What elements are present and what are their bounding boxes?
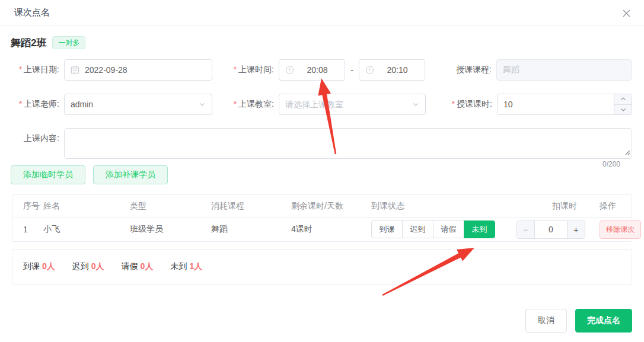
time-start-wrapper — [279, 59, 345, 81]
remove-lesson-button[interactable]: 移除课次 — [600, 220, 641, 239]
col-name: 姓名 — [43, 201, 130, 212]
content-textarea-wrapper — [64, 128, 632, 159]
classroom-select[interactable] — [279, 94, 426, 115]
dialog-footer: 取消 完成点名 — [525, 309, 632, 333]
attendance-dialog: 课次点名 舞蹈2班 一对多 *上课日期: *上课时间: — [0, 0, 644, 342]
confirm-rollcall-button[interactable]: 完成点名 — [575, 309, 632, 333]
chevron-down-icon — [199, 101, 206, 108]
class-header: 舞蹈2班 一对多 — [11, 36, 644, 50]
required-mark: * — [19, 65, 22, 74]
status-late-button[interactable]: 迟到 — [402, 220, 433, 238]
add-student-actions: 添加临时学员 添加补课学员 — [11, 165, 644, 184]
status-leave-button[interactable]: 请假 — [433, 220, 464, 238]
col-type: 类型 — [130, 201, 211, 212]
table-header-row: 序号 姓名 类型 消耗课程 剩余课时/天数 到课状态 扣课时 操作 — [12, 195, 632, 218]
col-status: 到课状态 — [371, 201, 517, 212]
cancel-button[interactable]: 取消 — [525, 309, 567, 333]
add-makeup-student-button[interactable]: 添加补课学员 — [93, 165, 168, 184]
deduct-hours-value[interactable]: 0 — [535, 221, 567, 238]
classroom-label: *上课教室: — [212, 99, 274, 110]
teacher-select-value[interactable] — [65, 94, 212, 114]
summary-present: 到课0人 — [23, 261, 55, 272]
summary-late: 迟到0人 — [72, 261, 104, 272]
hours-label: *授课课时: — [426, 99, 492, 110]
required-mark: * — [452, 99, 455, 108]
attendance-summary: 到课0人 迟到0人 请假0人 未到1人 — [12, 249, 632, 285]
attendance-form: *上课日期: *上课时间: - — [0, 59, 644, 160]
content-label: 上课内容: — [0, 133, 59, 144]
table-row: 1 小飞 班级学员 舞蹈 4课时 到课 迟到 请假 未到 − 0 + 移除课次 — [12, 218, 632, 241]
dialog-title: 课次点名 — [14, 7, 50, 18]
time-end-wrapper — [359, 59, 425, 81]
spinner-up-icon[interactable] — [614, 94, 632, 105]
student-remaining: 4课时 — [291, 224, 371, 235]
course-input — [497, 60, 631, 80]
teacher-select[interactable] — [64, 94, 212, 115]
number-spinner — [614, 94, 632, 114]
clock-icon — [365, 66, 374, 75]
teacher-label: *上课老师: — [0, 99, 59, 110]
close-icon[interactable] — [620, 7, 632, 19]
summary-absent: 未到1人 — [170, 261, 202, 272]
status-present-button[interactable]: 到课 — [371, 220, 403, 238]
date-input-wrapper — [64, 59, 212, 81]
summary-leave: 请假0人 — [122, 261, 154, 272]
status-button-group: 到课 迟到 请假 未到 — [371, 220, 517, 238]
calendar-icon — [71, 66, 79, 75]
dialog-header: 课次点名 — [0, 0, 644, 25]
content-textarea[interactable] — [65, 129, 632, 158]
required-mark: * — [234, 65, 237, 74]
course-input-wrapper — [496, 59, 632, 81]
col-deduct: 扣课时 — [517, 201, 600, 212]
add-temp-student-button[interactable]: 添加临时学员 — [11, 165, 85, 184]
required-mark: * — [19, 99, 22, 108]
col-index: 序号 — [23, 201, 43, 212]
chevron-down-icon — [412, 101, 419, 108]
date-label: *上课日期: — [0, 65, 59, 75]
clock-icon — [285, 66, 294, 75]
student-type: 班级学员 — [130, 224, 211, 235]
plus-icon[interactable]: + — [567, 221, 585, 238]
class-name: 舞蹈2班 — [11, 36, 46, 50]
student-name: 小飞 — [43, 224, 130, 235]
row-index: 1 — [23, 225, 43, 234]
date-input[interactable] — [65, 60, 212, 80]
time-separator: - — [345, 65, 359, 75]
spinner-down-icon[interactable] — [614, 105, 632, 115]
classroom-select-value[interactable] — [279, 94, 425, 114]
col-course: 消耗课程 — [211, 201, 291, 212]
minus-icon[interactable]: − — [517, 221, 535, 238]
col-actions: 操作 — [600, 201, 632, 212]
col-remaining: 剩余课时/天数 — [291, 201, 371, 212]
deduct-hours-stepper: − 0 + — [517, 220, 585, 239]
student-course: 舞蹈 — [211, 224, 291, 235]
required-mark: * — [234, 99, 237, 108]
resize-handle-icon[interactable] — [624, 148, 630, 157]
student-table: 序号 姓名 类型 消耗课程 剩余课时/天数 到课状态 扣课时 操作 1 小飞 班… — [12, 194, 632, 242]
course-label: 授课课程: — [425, 65, 492, 75]
time-label: *上课时间: — [212, 65, 274, 75]
hours-input[interactable] — [498, 94, 632, 114]
class-type-badge: 一对多 — [52, 36, 85, 49]
status-absent-button[interactable]: 未到 — [464, 220, 495, 238]
hours-input-wrapper — [497, 94, 632, 115]
